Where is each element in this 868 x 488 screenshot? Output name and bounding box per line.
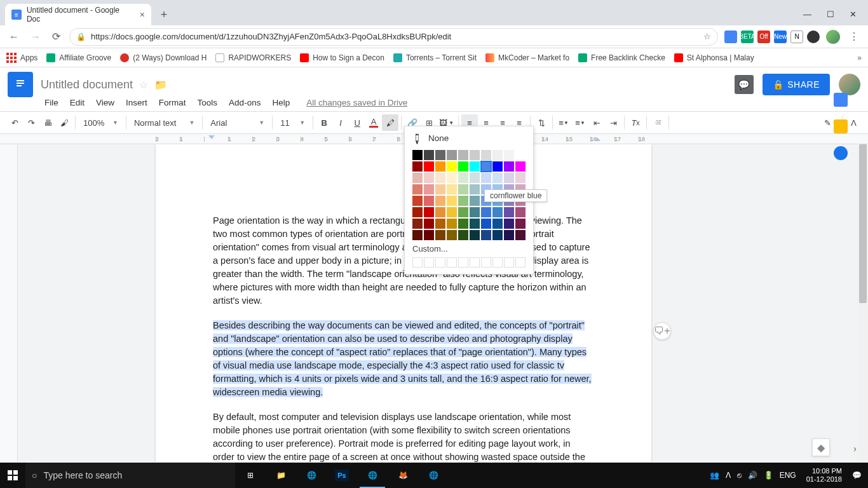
add-comment-bubble[interactable]: 🗨+ bbox=[653, 322, 671, 340]
color-swatch[interactable] bbox=[515, 219, 526, 229]
tray-expand-icon[interactable]: ᐱ bbox=[726, 471, 731, 480]
profile-avatar[interactable] bbox=[826, 30, 840, 44]
color-swatch[interactable] bbox=[412, 196, 423, 206]
color-swatch[interactable] bbox=[458, 196, 468, 206]
apps-button[interactable]: Apps bbox=[6, 53, 37, 63]
app-icon[interactable]: 🌐 bbox=[296, 463, 327, 488]
ext-icon-3[interactable]: Off bbox=[757, 30, 770, 43]
increase-indent-button[interactable]: ⇥ bbox=[605, 114, 621, 131]
color-swatch[interactable] bbox=[492, 173, 503, 183]
ext-icon-2[interactable]: BETA bbox=[741, 30, 754, 43]
chrome-menu-icon[interactable]: ⋮ bbox=[846, 29, 862, 44]
color-swatch[interactable] bbox=[504, 219, 514, 229]
recent-color-swatch[interactable] bbox=[458, 257, 468, 268]
recent-color-swatch[interactable] bbox=[481, 257, 491, 268]
paint-format-button[interactable]: 🖌 bbox=[56, 114, 72, 131]
color-swatch[interactable] bbox=[435, 207, 445, 217]
undo-button[interactable]: ↶ bbox=[6, 114, 23, 131]
italic-button[interactable]: I bbox=[332, 114, 349, 131]
color-swatch[interactable] bbox=[470, 196, 480, 206]
explore-button[interactable]: ◆ bbox=[812, 438, 830, 456]
photoshop-icon[interactable]: Ps bbox=[327, 463, 357, 488]
color-swatch[interactable] bbox=[412, 207, 423, 217]
bookmark-item[interactable]: Affiliate Groove bbox=[46, 53, 111, 62]
url-field[interactable]: 🔒 https://docs.google.com/document/d/1zz… bbox=[69, 28, 718, 46]
people-icon[interactable]: 👥 bbox=[710, 471, 719, 480]
color-swatch[interactable] bbox=[412, 219, 423, 229]
star-icon[interactable]: ☆ bbox=[139, 79, 148, 91]
menu-help[interactable]: Help bbox=[272, 98, 290, 107]
color-none-option[interactable]: 🖍 None bbox=[412, 133, 526, 144]
side-panel-toggle[interactable]: › bbox=[853, 443, 857, 454]
color-swatch[interactable] bbox=[424, 230, 434, 240]
highlight-color-button[interactable]: 🖍 bbox=[382, 114, 398, 131]
bookmark-star-icon[interactable]: ☆ bbox=[703, 32, 711, 41]
recent-color-swatch[interactable] bbox=[424, 257, 434, 268]
color-swatch[interactable] bbox=[504, 161, 514, 172]
color-swatch[interactable] bbox=[458, 161, 468, 172]
recent-color-swatch[interactable] bbox=[447, 257, 457, 268]
zoom-select[interactable]: 100%▼ bbox=[78, 114, 123, 131]
underline-button[interactable]: U bbox=[349, 114, 365, 131]
color-swatch[interactable] bbox=[424, 196, 434, 206]
calendar-icon[interactable] bbox=[834, 93, 848, 107]
back-button[interactable]: ← bbox=[6, 30, 22, 44]
bookmark-item[interactable]: MkCoder – Market fo bbox=[485, 53, 569, 62]
document-title[interactable]: Untitled document bbox=[41, 78, 133, 92]
menu-addons[interactable]: Add-ons bbox=[229, 98, 261, 107]
comments-button[interactable]: 💬 bbox=[735, 75, 754, 94]
recent-color-swatch[interactable] bbox=[435, 257, 445, 268]
color-swatch[interactable] bbox=[470, 230, 480, 240]
print-button[interactable]: 🖶 bbox=[39, 114, 56, 131]
color-swatch[interactable] bbox=[470, 161, 480, 172]
ext-icon-5[interactable]: N bbox=[790, 30, 803, 43]
folder-icon[interactable]: 📁 bbox=[154, 79, 167, 91]
color-swatch[interactable] bbox=[504, 150, 514, 160]
vertical-ruler[interactable] bbox=[0, 144, 18, 462]
right-indent-marker[interactable] bbox=[594, 137, 600, 141]
decrease-indent-button[interactable]: ⇤ bbox=[588, 114, 605, 131]
location-icon[interactable]: ⎋ bbox=[737, 471, 742, 480]
chrome-canary-icon[interactable]: 🌐 bbox=[418, 463, 449, 488]
color-swatch[interactable] bbox=[424, 207, 434, 217]
color-swatch[interactable] bbox=[504, 173, 514, 183]
share-button[interactable]: 🔒 SHARE bbox=[763, 74, 830, 95]
color-swatch[interactable] bbox=[492, 230, 503, 240]
bookmarks-overflow-icon[interactable]: » bbox=[857, 53, 862, 62]
color-swatch[interactable] bbox=[470, 219, 480, 229]
account-avatar[interactable] bbox=[839, 74, 860, 95]
menu-edit[interactable]: Edit bbox=[70, 98, 85, 107]
ext-icon-6[interactable] bbox=[807, 30, 820, 43]
menu-tools[interactable]: Tools bbox=[198, 98, 218, 107]
close-window-icon[interactable]: ✕ bbox=[850, 10, 857, 19]
color-swatch[interactable] bbox=[470, 207, 480, 217]
color-swatch[interactable] bbox=[458, 219, 468, 229]
color-swatch[interactable] bbox=[515, 207, 526, 217]
battery-icon[interactable]: 🔋 bbox=[764, 471, 773, 480]
color-swatch[interactable] bbox=[481, 173, 491, 183]
color-swatch[interactable] bbox=[481, 230, 491, 240]
bold-button[interactable]: B bbox=[316, 114, 332, 131]
text-color-button[interactable]: A bbox=[365, 114, 382, 131]
bulleted-list-button[interactable]: ≡▼ bbox=[572, 114, 588, 131]
indent-marker[interactable] bbox=[208, 135, 215, 142]
color-swatch[interactable] bbox=[435, 196, 445, 206]
bookmark-item[interactable]: (2 Ways) Download H bbox=[120, 53, 207, 62]
color-swatch[interactable] bbox=[412, 173, 423, 183]
color-swatch[interactable] bbox=[515, 173, 526, 183]
color-swatch[interactable] bbox=[412, 184, 423, 194]
color-swatch[interactable] bbox=[424, 161, 434, 172]
recent-color-swatch[interactable] bbox=[470, 257, 480, 268]
custom-color-option[interactable]: Custom... bbox=[412, 244, 526, 254]
firefox-icon[interactable]: 🦊 bbox=[388, 463, 418, 488]
maximize-icon[interactable]: ☐ bbox=[827, 10, 834, 19]
color-swatch[interactable] bbox=[447, 173, 457, 183]
color-swatch[interactable] bbox=[447, 230, 457, 240]
recent-color-swatch[interactable] bbox=[412, 257, 423, 268]
bookmark-item[interactable]: Free Backlink Checke bbox=[578, 53, 665, 62]
color-swatch[interactable] bbox=[504, 207, 514, 217]
close-tab-icon[interactable]: × bbox=[140, 10, 145, 20]
color-swatch[interactable] bbox=[435, 150, 445, 160]
volume-icon[interactable]: 🔊 bbox=[748, 471, 757, 480]
color-swatch[interactable] bbox=[447, 219, 457, 229]
